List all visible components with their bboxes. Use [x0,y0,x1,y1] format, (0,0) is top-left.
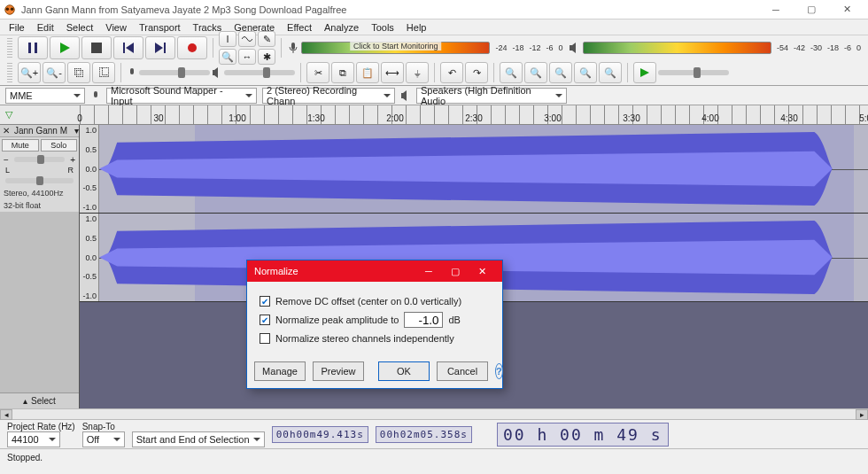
help-icon[interactable]: ? [495,363,503,379]
preview-button[interactable]: Preview [313,361,364,381]
svg-point-2 [11,7,14,11]
scroll-right-button[interactable]: ▸ [856,409,868,420]
ruler-tick: 4:00 [701,113,718,123]
zoom-toggle-button[interactable]: 🔍 [599,62,622,83]
menu-analyze[interactable]: Analyze [319,22,364,33]
menu-effect[interactable]: Effect [282,22,317,33]
selection-mode-combo[interactable]: Start and End of Selection [132,431,265,447]
maximize-button[interactable]: ▢ [794,0,829,19]
device-toolbar: MME Microsoft Sound Mapper - Input 2 (St… [0,86,868,105]
cut-button[interactable]: ✂ [306,62,329,83]
selection-start-field[interactable]: 00h00m49.413s [272,426,368,443]
record-device-combo[interactable]: Microsoft Sound Mapper - Input [106,88,257,104]
ruler-tick: 0 [77,113,82,123]
dialog-close-button[interactable]: ✕ [469,266,495,277]
zoom-in-button[interactable]: 🔍+ [18,62,41,83]
mic-icon [127,67,137,78]
svg-rect-3 [28,43,31,53]
play-speed-slider[interactable] [658,70,729,75]
peak-amplitude-input[interactable] [404,312,443,328]
toolbar-grip[interactable] [7,38,12,58]
menu-tools[interactable]: Tools [366,22,399,33]
status-bar: Stopped. [0,449,868,465]
record-volume-slider[interactable] [139,70,210,75]
mute-button[interactable]: Mute [2,139,39,152]
record-channels-combo[interactable]: 2 (Stereo) Recording Chann [262,88,395,104]
minimize-button[interactable]: ─ [758,0,794,19]
toolbar-area: I ✎ 🔍 ↔ ✱ Click to Start Monitoring -24-… [0,35,868,86]
audio-position-field[interactable]: 00 h 00 m 49 s [497,423,669,447]
ruler-tick: 30 [153,113,163,123]
remove-dc-checkbox[interactable]: ✔ [260,296,270,307]
play-button[interactable] [50,36,80,59]
toolbar-grip[interactable] [7,63,12,82]
scroll-left-button[interactable]: ◂ [0,409,12,420]
cancel-button[interactable]: Cancel [437,361,488,381]
independent-channels-checkbox[interactable] [260,333,270,344]
skip-start-button[interactable] [113,36,143,59]
pan-right-label: R [68,166,74,175]
skip-end-button[interactable] [145,36,175,59]
dialog-title-bar[interactable]: Normalize ─ ▢ ✕ [247,260,502,282]
track-close-button[interactable]: ✕ [0,126,12,136]
selection-end-field[interactable]: 00h02m05.358s [376,426,472,443]
zoom-out-button[interactable]: 🔍- [43,62,66,83]
track-bitdepth-label: 32-bit float [0,199,79,212]
snap-to-combo[interactable]: Off [82,431,125,447]
normalize-peak-checkbox[interactable]: ✔ [260,315,270,325]
pan-slider[interactable] [5,178,74,183]
zoom-sel-button[interactable]: 🔍 [549,62,572,83]
project-rate-combo[interactable]: 44100 [7,431,60,447]
playback-device-combo[interactable]: Speakers (High Definition Audio [416,88,567,104]
manage-button[interactable]: Manage [254,361,306,381]
playback-volume-slider[interactable] [224,70,295,75]
zoom-in-button-2[interactable]: 🔍 [500,62,523,83]
pause-button[interactable] [18,36,48,59]
zoom-fit-button[interactable]: 🔍 [574,62,597,83]
menu-help[interactable]: Help [401,22,432,33]
draw-tool[interactable]: ✎ [258,31,275,47]
undo-button[interactable]: ↶ [440,62,463,83]
menu-file[interactable]: File [4,22,30,33]
selection-tool[interactable]: I [219,31,236,47]
stop-button[interactable] [81,36,112,59]
paste-button[interactable]: 📋 [356,62,379,83]
menu-edit[interactable]: Edit [32,22,59,33]
play-at-speed-button[interactable] [633,62,656,83]
solo-button[interactable]: Solo [41,139,78,152]
waveform-left-channel[interactable]: 1.00.50.0-0.5-1.0 [80,125,868,214]
copy-button[interactable]: ⧉ [331,62,354,83]
dialog-minimize-button[interactable]: ─ [415,266,442,276]
fit-selection-button[interactable]: ⿻ [67,62,90,83]
close-button[interactable]: ✕ [829,0,864,19]
menu-select[interactable]: Select [61,22,99,33]
remove-dc-label: Remove DC offset (center on 0.0 vertical… [275,296,461,307]
menu-transport[interactable]: Transport [134,22,186,33]
redo-button[interactable]: ↷ [465,62,488,83]
timeline-ruler[interactable]: ▽ 0 30 1:00 1:30 2:00 2:30 3:00 3:30 4:0… [0,105,868,125]
envelope-tool[interactable] [238,31,256,47]
svg-rect-10 [164,43,166,53]
track-menu-chevron-icon[interactable]: ▾ [74,126,79,136]
track-name[interactable]: Jann Gann M [12,125,74,136]
audio-host-combo[interactable]: MME [5,88,85,104]
dialog-maximize-button[interactable]: ▢ [442,266,469,277]
fit-project-button[interactable]: ⿺ [92,62,115,83]
trim-button[interactable]: ⟷ [381,62,404,83]
multi-tool[interactable]: ✱ [258,49,275,65]
silence-button[interactable]: ⏚ [406,62,429,83]
record-meter[interactable]: Click to Start Monitoring [301,42,490,54]
gain-slider[interactable] [14,157,65,162]
zoom-out-button-2[interactable]: 🔍 [524,62,547,83]
zoom-tool[interactable]: 🔍 [219,49,236,65]
horizontal-scrollbar[interactable]: ◂ ▸ [0,408,868,419]
timeshift-tool[interactable]: ↔ [238,49,256,65]
ok-button[interactable]: OK [378,361,430,381]
status-text: Stopped. [7,453,43,462]
record-meter-hint[interactable]: Click to Start Monitoring [350,42,442,51]
track-select-button[interactable]: ▴Select [0,392,79,408]
record-button[interactable] [177,36,207,59]
play-marker-icon: ▽ [5,109,12,120]
playback-meter[interactable] [583,42,771,54]
menu-view[interactable]: View [100,22,132,33]
